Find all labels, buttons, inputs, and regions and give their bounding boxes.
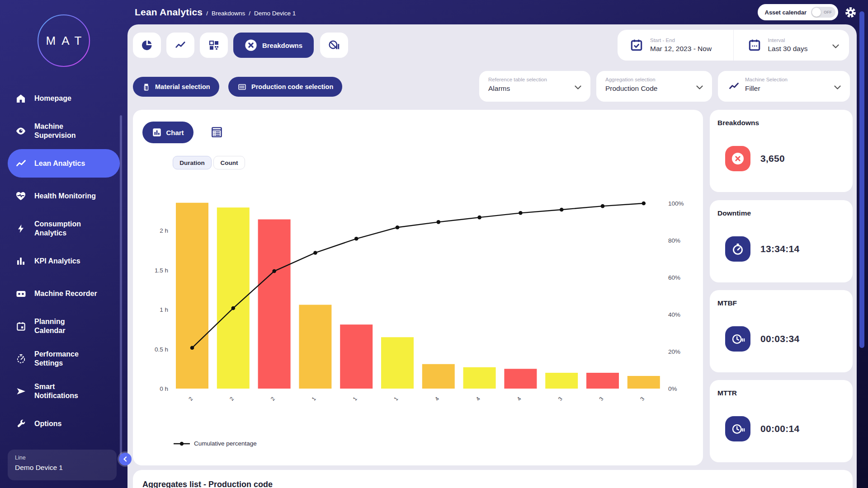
y-left-tick: 1 h (160, 306, 168, 313)
start-end-picker[interactable]: Start - End Mar 12, 2023 - Now (618, 30, 733, 61)
trend-icon (15, 158, 27, 169)
material-selection-button[interactable]: Material selection (133, 77, 219, 97)
asset-calendar-switch[interactable]: OFF (811, 7, 835, 18)
sidebar-item-performance-settings[interactable]: Performance Settings (8, 344, 120, 373)
sidebar-item-label: Planning Calendar (34, 317, 65, 335)
pareto-bar[interactable] (340, 324, 373, 389)
legend-marker-icon (174, 441, 190, 446)
breadcrumb-item[interactable]: Demo Device 1 (254, 10, 296, 17)
cumulative-point[interactable] (354, 237, 359, 241)
stat-card-mtbf: MTBF 00:03:34 (710, 290, 853, 372)
x-tick: 1 (392, 395, 399, 402)
chevron-down-icon (834, 84, 841, 92)
page-scrollbar[interactable] (859, 11, 864, 348)
pareto-bar[interactable] (258, 220, 291, 389)
pareto-bar[interactable] (545, 373, 578, 389)
tab-breakdowns-active[interactable]: Breakdowns (233, 33, 314, 58)
production-code-selection-button[interactable]: Production code selection (228, 77, 342, 97)
toggle-state-label: OFF (824, 10, 832, 14)
cumulative-point[interactable] (601, 204, 605, 208)
tab-trend-view[interactable] (166, 33, 194, 58)
sidebar-item-machine-supervision[interactable]: Machine Supervision (8, 117, 120, 145)
logo-text: MAT (37, 14, 91, 68)
pareto-chart: 0 h0.5 h1 h1.5 h2 h0%20%40%60%80%100%222… (133, 110, 703, 465)
tab-pie-view[interactable] (133, 33, 161, 58)
material-icon (142, 83, 151, 91)
gauge-icon (15, 353, 27, 364)
breadcrumb: Lean Analytics / Breakdowns / Demo Devic… (127, 7, 296, 18)
no-data-chart-icon (328, 39, 340, 51)
sidebar-item-label: Options (34, 419, 61, 428)
clock-pause-icon (725, 416, 750, 441)
pareto-bar[interactable] (627, 376, 660, 389)
sidebar-item-health-monitoring[interactable]: Health Monitoring (8, 182, 120, 210)
tab-no-data-view[interactable] (320, 33, 348, 58)
paper-plane-icon (15, 386, 27, 397)
settings-gear-button[interactable] (844, 6, 857, 19)
y-left-tick: 1.5 h (155, 267, 168, 274)
sidebar-item-planning-calendar[interactable]: Planning Calendar (8, 312, 120, 340)
x-tick: 4 (434, 395, 440, 402)
start-end-value: Mar 12, 2023 - Now (650, 45, 712, 53)
interval-select[interactable]: Interval Last 30 days (733, 30, 849, 61)
sidebar-item-label: Machine Supervision (34, 122, 76, 140)
y-right-tick: 100% (668, 200, 684, 207)
pareto-bar[interactable] (586, 373, 619, 389)
sidebar-item-homepage[interactable]: Homepage (8, 84, 120, 113)
cumulative-point[interactable] (190, 346, 194, 350)
bolt-icon (15, 223, 27, 234)
interval-label: Interval (768, 38, 808, 43)
x-tick: 4 (475, 395, 481, 402)
sidebar-item-label: Health Monitoring (34, 192, 96, 201)
cumulative-point[interactable] (396, 225, 400, 230)
sidebar-item-label: KPI Analytics (34, 257, 80, 266)
sidebar-item-machine-recorder[interactable]: Machine Recorder (8, 279, 120, 308)
y-right-tick: 60% (668, 274, 680, 281)
asset-calendar-toggle-pill[interactable]: Asset calendar OFF (758, 4, 839, 20)
sidebar-item-smart-notifications[interactable]: Smart Notifications (8, 377, 120, 405)
sidebar-item-options[interactable]: Options (8, 409, 120, 438)
y-right-tick: 20% (668, 348, 680, 355)
sidebar-scrollbar[interactable] (120, 115, 122, 456)
eye-icon (15, 126, 27, 136)
sidebar-item-lean-analytics[interactable]: Lean Analytics (8, 149, 120, 178)
cumulative-point[interactable] (272, 269, 276, 273)
legend-label: Cumulative percentage (194, 440, 257, 447)
machine-select-value: Filler (745, 84, 841, 93)
wrench-icon (15, 418, 27, 429)
cumulative-point[interactable] (560, 208, 564, 212)
cumulative-point[interactable] (437, 220, 441, 224)
calendar-check-icon (629, 38, 644, 52)
trend-line-icon (175, 39, 186, 51)
sidebar-item-consumption-analytics[interactable]: Consumption Analytics (8, 214, 120, 243)
qr-grid-icon (208, 40, 220, 51)
tab-grid-view[interactable] (200, 33, 228, 58)
chevron-down-icon (832, 42, 839, 51)
pareto-bar[interactable] (299, 305, 331, 389)
pareto-bar[interactable] (422, 364, 455, 389)
trend-icon (728, 81, 740, 94)
reference-table-label: Reference table selection (488, 77, 581, 82)
cumulative-point[interactable] (231, 306, 236, 310)
pareto-bar[interactable] (463, 367, 496, 389)
pie-chart-icon (141, 39, 153, 51)
pareto-bar[interactable] (381, 337, 414, 389)
cumulative-point[interactable] (477, 216, 481, 220)
cumulative-point[interactable] (642, 202, 646, 206)
x-tick: 2 (187, 395, 194, 402)
machine-select[interactable]: Machine Selection Filler (718, 71, 850, 102)
pareto-bar[interactable] (176, 203, 208, 389)
device-card[interactable]: Line Demo Device 1 (8, 450, 117, 480)
sidebar-collapse-button[interactable] (119, 453, 132, 465)
tab-breakdowns-label: Breakdowns (262, 42, 302, 49)
cumulative-point[interactable] (519, 211, 523, 215)
barcode-icon (237, 83, 247, 91)
sidebar-item-kpi-analytics[interactable]: KPI Analytics (8, 247, 120, 275)
aggregation-select[interactable]: Aggregation selection Production Code (596, 71, 712, 102)
breadcrumb-item[interactable]: Breakdowns (212, 10, 245, 17)
pareto-bar[interactable] (504, 369, 537, 389)
reference-table-select[interactable]: Reference table selection Alarms (479, 71, 590, 102)
x-tick: 3 (639, 395, 646, 402)
cumulative-point[interactable] (313, 251, 317, 255)
asset-calendar-label: Asset calendar (765, 9, 807, 16)
